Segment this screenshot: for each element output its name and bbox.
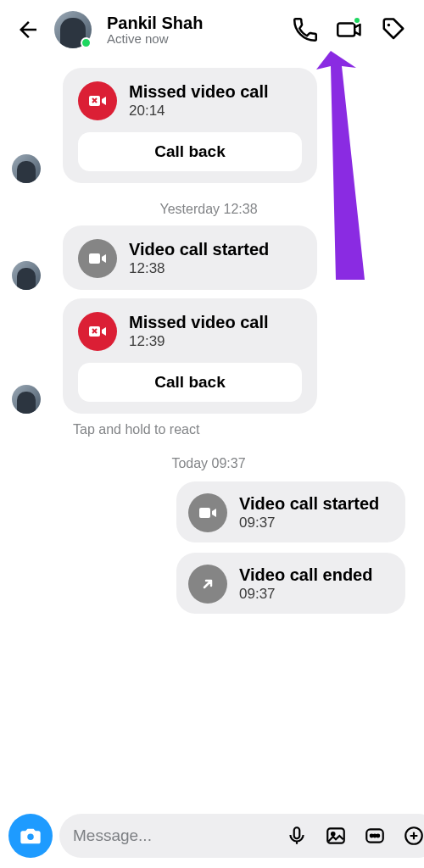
call-bubble-missed[interactable]: Missed video call 20:14 Call back [63, 68, 317, 183]
call-time: 12:38 [129, 260, 302, 277]
call-bubble-started[interactable]: Video call started 12:38 [63, 225, 317, 290]
svg-point-8 [332, 832, 334, 835]
reaction-hint: Tap and hold to react [73, 422, 405, 437]
missed-video-icon [78, 81, 117, 120]
audio-call-button[interactable] [287, 11, 324, 48]
date-divider: Today 09:37 [12, 456, 405, 471]
gallery-button[interactable] [320, 820, 352, 852]
video-icon [188, 493, 227, 532]
contact-name: Pankil Shah [107, 14, 280, 33]
outgoing-arrow-icon [188, 565, 227, 604]
svg-point-0 [388, 24, 391, 27]
call-title: Missed video call [129, 82, 302, 101]
message-row: Video call started 12:38 [12, 225, 405, 290]
call-time: 20:14 [129, 103, 302, 120]
message-row: Missed video call 12:39 Call back [12, 298, 405, 414]
video-call-button[interactable] [331, 11, 368, 48]
svg-point-12 [377, 835, 379, 837]
tag-button[interactable] [375, 11, 412, 48]
video-presence-dot-icon [353, 16, 361, 25]
contact-avatar[interactable] [54, 11, 92, 48]
message-bar [59, 814, 424, 858]
sender-avatar[interactable] [12, 261, 41, 290]
call-bubble-ended[interactable]: Video call ended 09:37 [176, 553, 405, 614]
call-bubble-started[interactable]: Video call started 09:37 [176, 481, 405, 542]
call-bubble-missed[interactable]: Missed video call 12:39 Call back [63, 298, 317, 414]
sticker-button[interactable] [359, 820, 391, 852]
message-input[interactable] [73, 826, 274, 845]
chat-header: Pankil Shah Active now [0, 0, 424, 59]
svg-point-11 [374, 835, 377, 837]
back-button[interactable] [12, 14, 44, 46]
contact-title-block[interactable]: Pankil Shah Active now [107, 14, 280, 46]
call-back-button[interactable]: Call back [78, 363, 302, 402]
message-composer [8, 814, 416, 858]
presence-dot-icon [81, 37, 92, 48]
call-title: Video call started [129, 240, 302, 259]
message-row-outgoing: Video call ended 09:37 [12, 553, 405, 614]
call-title: Video call ended [239, 565, 390, 584]
svg-point-5 [27, 833, 33, 839]
message-row-outgoing: Video call started 09:37 [12, 481, 405, 542]
contact-status: Active now [107, 31, 280, 46]
call-back-button[interactable]: Call back [78, 132, 302, 171]
add-button[interactable] [398, 820, 424, 852]
voice-button[interactable] [281, 820, 313, 852]
call-title: Missed video call [129, 313, 302, 331]
call-time: 12:39 [129, 333, 302, 350]
date-divider: Yesterday 12:38 [12, 202, 405, 217]
svg-rect-6 [294, 827, 300, 838]
missed-video-icon [78, 312, 117, 351]
svg-rect-2 [89, 253, 100, 264]
call-time: 09:37 [239, 586, 390, 603]
video-icon [78, 239, 117, 278]
sender-avatar[interactable] [12, 385, 41, 414]
svg-rect-4 [199, 508, 210, 518]
call-title: Video call started [239, 494, 390, 513]
svg-point-10 [371, 835, 373, 837]
camera-button[interactable] [8, 814, 53, 858]
sender-avatar[interactable] [12, 154, 41, 183]
message-row: Missed video call 20:14 Call back [12, 68, 405, 183]
call-time: 09:37 [239, 515, 390, 531]
